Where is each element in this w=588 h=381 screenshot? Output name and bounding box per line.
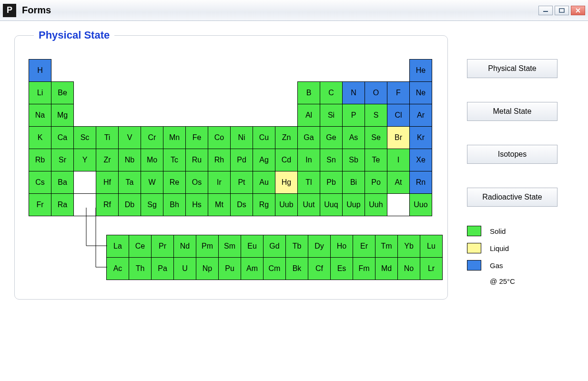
element-Re[interactable]: Re xyxy=(163,171,186,194)
element-Fe[interactable]: Fe xyxy=(185,126,208,149)
element-Pt[interactable]: Pt xyxy=(230,171,253,194)
isotopes-button[interactable]: Isotopes xyxy=(467,145,558,164)
element-K[interactable]: K xyxy=(29,126,51,149)
element-Sn[interactable]: Sn xyxy=(320,149,343,171)
element-Np[interactable]: Np xyxy=(196,257,219,280)
element-Bh[interactable]: Bh xyxy=(163,193,186,216)
element-Rg[interactable]: Rg xyxy=(253,193,275,216)
element-In[interactable]: In xyxy=(297,149,320,171)
element-Cl[interactable]: Cl xyxy=(387,104,410,127)
element-Lr[interactable]: Lr xyxy=(420,257,443,280)
element-Li[interactable]: Li xyxy=(29,81,51,104)
element-Ho[interactable]: Ho xyxy=(330,235,353,258)
element-I[interactable]: I xyxy=(387,149,410,171)
element-Cf[interactable]: Cf xyxy=(308,257,331,280)
element-Rh[interactable]: Rh xyxy=(208,149,231,171)
element-Lu[interactable]: Lu xyxy=(420,235,443,258)
element-Hf[interactable]: Hf xyxy=(96,171,119,194)
metal-state-button[interactable]: Metal State xyxy=(467,102,558,121)
element-Yb[interactable]: Yb xyxy=(397,235,420,258)
element-Zr[interactable]: Zr xyxy=(96,149,119,171)
element-Ru[interactable]: Ru xyxy=(185,149,208,171)
element-Mo[interactable]: Mo xyxy=(141,149,163,171)
radioactive-state-button[interactable]: Radioactive State xyxy=(467,188,558,207)
element-Po[interactable]: Po xyxy=(365,171,387,194)
element-Bi[interactable]: Bi xyxy=(342,171,365,194)
element-V[interactable]: V xyxy=(118,126,141,149)
element-Mt[interactable]: Mt xyxy=(208,193,231,216)
element-Hg[interactable]: Hg xyxy=(275,171,298,194)
element-Sc[interactable]: Sc xyxy=(73,126,96,149)
element-Mn[interactable]: Mn xyxy=(163,126,186,149)
element-Uub[interactable]: Uub xyxy=(275,193,298,216)
element-Uut[interactable]: Uut xyxy=(297,193,320,216)
element-blank[interactable] xyxy=(387,193,410,216)
element-Y[interactable]: Y xyxy=(73,149,96,171)
element-Ra[interactable]: Ra xyxy=(51,193,74,216)
element-Cs[interactable]: Cs xyxy=(29,171,51,194)
element-Fm[interactable]: Fm xyxy=(353,257,375,280)
element-Sb[interactable]: Sb xyxy=(342,149,365,171)
element-Sr[interactable]: Sr xyxy=(51,149,74,171)
element-Nd[interactable]: Nd xyxy=(173,235,196,258)
element-Cm[interactable]: Cm xyxy=(263,257,286,280)
element-Tb[interactable]: Tb xyxy=(285,235,308,258)
element-B[interactable]: B xyxy=(297,81,320,104)
minimize-button[interactable] xyxy=(538,6,553,15)
element-Eu[interactable]: Eu xyxy=(241,235,264,258)
element-Ag[interactable]: Ag xyxy=(253,149,275,171)
element-P[interactable]: P xyxy=(342,104,365,127)
element-Co[interactable]: Co xyxy=(208,126,231,149)
element-Na[interactable]: Na xyxy=(29,104,51,127)
element-Os[interactable]: Os xyxy=(185,171,208,194)
element-Ba[interactable]: Ba xyxy=(51,171,74,194)
element-Rn[interactable]: Rn xyxy=(409,171,432,194)
element-F[interactable]: F xyxy=(387,81,410,104)
element-Md[interactable]: Md xyxy=(375,257,398,280)
element-H[interactable]: H xyxy=(29,59,51,82)
element-Sg[interactable]: Sg xyxy=(141,193,163,216)
element-Uup[interactable]: Uup xyxy=(342,193,365,216)
close-button[interactable] xyxy=(571,6,585,15)
element-Br[interactable]: Br xyxy=(387,126,410,149)
element-As[interactable]: As xyxy=(342,126,365,149)
element-He[interactable]: He xyxy=(409,59,432,82)
element-Ga[interactable]: Ga xyxy=(297,126,320,149)
element-Pd[interactable]: Pd xyxy=(230,149,253,171)
element-Cu[interactable]: Cu xyxy=(253,126,275,149)
element-Ge[interactable]: Ge xyxy=(320,126,343,149)
element-C[interactable]: C xyxy=(320,81,343,104)
element-W[interactable]: W xyxy=(141,171,163,194)
maximize-button[interactable] xyxy=(555,6,569,15)
element-Pu[interactable]: Pu xyxy=(218,257,241,280)
element-Bk[interactable]: Bk xyxy=(285,257,308,280)
element-Ti[interactable]: Ti xyxy=(96,126,119,149)
element-Pb[interactable]: Pb xyxy=(320,171,343,194)
element-Uuo[interactable]: Uuo xyxy=(409,193,432,216)
element-N[interactable]: N xyxy=(342,81,365,104)
element-O[interactable]: O xyxy=(365,81,387,104)
physical-state-button[interactable]: Physical State xyxy=(467,59,558,78)
element-Nb[interactable]: Nb xyxy=(118,149,141,171)
element-Uuh[interactable]: Uuh xyxy=(365,193,387,216)
element-S[interactable]: S xyxy=(365,104,387,127)
element-Ca[interactable]: Ca xyxy=(51,126,74,149)
element-Sm[interactable]: Sm xyxy=(218,235,241,258)
element-Tl[interactable]: Tl xyxy=(297,171,320,194)
element-Fr[interactable]: Fr xyxy=(29,193,51,216)
element-Am[interactable]: Am xyxy=(241,257,264,280)
element-blank[interactable] xyxy=(73,171,96,194)
element-Tm[interactable]: Tm xyxy=(375,235,398,258)
element-Hs[interactable]: Hs xyxy=(185,193,208,216)
element-Xe[interactable]: Xe xyxy=(409,149,432,171)
element-Al[interactable]: Al xyxy=(297,104,320,127)
element-Ni[interactable]: Ni xyxy=(230,126,253,149)
element-Zn[interactable]: Zn xyxy=(275,126,298,149)
element-Pm[interactable]: Pm xyxy=(196,235,219,258)
element-Pr[interactable]: Pr xyxy=(151,235,174,258)
element-Rb[interactable]: Rb xyxy=(29,149,51,171)
element-Ne[interactable]: Ne xyxy=(409,81,432,104)
element-Au[interactable]: Au xyxy=(253,171,275,194)
element-Mg[interactable]: Mg xyxy=(51,104,74,127)
element-Ir[interactable]: Ir xyxy=(208,171,231,194)
